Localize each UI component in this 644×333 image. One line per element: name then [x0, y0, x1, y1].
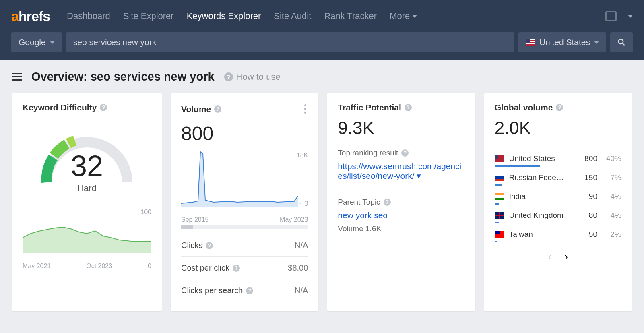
help-icon[interactable]: ? — [206, 242, 213, 249]
country-bar — [495, 222, 499, 223]
traffic-potential-card: Traffic Potential? 9.3K Top ranking resu… — [327, 93, 475, 311]
parent-topic-link[interactable]: new york seo — [338, 211, 464, 220]
country-row[interactable]: Taiwan502% — [495, 226, 621, 245]
next-page-button[interactable]: › — [564, 250, 568, 263]
chevron-down-icon — [594, 41, 599, 44]
clicks-row: Clicks? N/A — [181, 234, 308, 256]
help-icon[interactable]: ? — [233, 265, 240, 272]
flag-ru-icon — [495, 174, 504, 181]
cpc-row: Cost per click? $8.00 — [181, 256, 308, 279]
flag-uk-icon — [495, 212, 504, 219]
country-row[interactable]: India904% — [495, 188, 621, 207]
nav-keywords-explorer[interactable]: Keywords Explorer — [187, 11, 261, 21]
help-icon[interactable]: ? — [384, 199, 391, 206]
country-name: United Kingdom — [509, 211, 572, 220]
chevron-down-icon — [412, 15, 417, 18]
volume-chart-max: 18K — [297, 152, 308, 159]
kd-trend-zero: 0 — [148, 263, 151, 270]
nav-dashboard[interactable]: Dashboard — [67, 11, 110, 21]
main-nav: Dashboard Site Explorer Keywords Explore… — [67, 11, 417, 21]
cps-row: Clicks per search? N/A — [181, 279, 308, 302]
help-icon: ? — [224, 72, 233, 81]
menu-toggle-icon[interactable] — [12, 73, 22, 81]
country-percent: 4% — [602, 192, 621, 201]
search-button[interactable] — [610, 32, 633, 52]
nav-more[interactable]: More — [390, 11, 417, 21]
country-bar — [495, 165, 540, 167]
country-row[interactable]: United Kingdom804% — [495, 207, 621, 226]
kd-trend-start: May 2021 — [23, 263, 51, 270]
svg-line-1 — [623, 43, 625, 46]
country-percent: 4% — [602, 211, 621, 220]
prev-page-button[interactable]: ‹ — [548, 250, 552, 263]
svg-point-0 — [619, 39, 623, 44]
flag-tw-icon — [495, 231, 504, 238]
logo[interactable]: ahrefs — [11, 8, 50, 24]
help-icon[interactable]: ? — [401, 149, 409, 157]
country-percent: 40% — [602, 154, 621, 163]
country-volume: 800 — [577, 154, 597, 163]
kd-trend-chart — [23, 209, 151, 253]
volume-card: Volume? 800 18K 0 Sep 2015 May 2023 Clic… — [171, 93, 318, 311]
help-icon[interactable]: ? — [100, 104, 107, 111]
chevron-down-icon — [50, 41, 55, 44]
country-name: United States — [509, 154, 572, 163]
nav-rank-tracker[interactable]: Rank Tracker — [324, 11, 377, 21]
more-options-icon[interactable] — [303, 103, 308, 115]
help-icon[interactable]: ? — [246, 287, 253, 294]
volume-chart-min: 0 — [304, 200, 308, 207]
country-selector[interactable]: United States — [518, 32, 606, 52]
nav-site-audit[interactable]: Site Audit — [274, 11, 311, 21]
kd-trend-end: Oct 2023 — [86, 263, 112, 270]
country-volume: 50 — [577, 230, 597, 239]
top-ranking-url-link[interactable]: https://www.semrush.com/agencies/list/se… — [338, 161, 464, 181]
country-percent: 2% — [602, 230, 621, 239]
country-bar — [495, 241, 497, 242]
chevron-down-icon: ▾ — [417, 171, 421, 180]
how-to-use-link[interactable]: ? How to use — [224, 72, 281, 82]
country-name: Taiwan — [509, 230, 572, 239]
help-icon[interactable]: ? — [405, 104, 412, 111]
country-bar — [495, 184, 503, 186]
display-icon[interactable] — [605, 11, 617, 21]
volume-trend-chart — [181, 148, 302, 208]
traffic-potential-value: 9.3K — [338, 118, 464, 138]
global-volume-value: 2.0K — [495, 118, 621, 138]
global-volume-card: Global volume? 2.0K United States80040%R… — [484, 93, 632, 311]
search-icon — [617, 38, 625, 46]
kd-value: 32 — [71, 149, 103, 182]
country-volume: 150 — [577, 173, 597, 182]
volume-value: 800 — [181, 122, 308, 145]
keyword-difficulty-card: Keyword Difficulty? 32 Hard 100 May 2021… — [12, 93, 162, 311]
volume-chart-end: May 2023 — [280, 216, 308, 223]
nav-site-explorer[interactable]: Site Explorer — [123, 11, 174, 21]
country-row[interactable]: Russian Fede…1507% — [495, 169, 621, 188]
country-volume: 80 — [577, 211, 597, 220]
country-bar — [495, 203, 499, 205]
volume-chart-start: Sep 2015 — [181, 216, 209, 223]
user-menu-caret-icon[interactable] — [628, 15, 633, 18]
volume-chart-scrollbar[interactable] — [181, 225, 308, 229]
country-percent: 7% — [602, 173, 621, 182]
page-title: Overview: seo services new york — [31, 70, 215, 83]
kd-trend-max: 100 — [140, 209, 151, 216]
country-volume: 90 — [577, 192, 597, 201]
country-row[interactable]: United States80040% — [495, 150, 621, 169]
country-name: Russian Fede… — [509, 173, 572, 182]
parent-topic-volume: Volume 1.6K — [338, 224, 464, 233]
flag-in-icon — [495, 193, 504, 200]
search-engine-selector[interactable]: Google — [11, 32, 62, 52]
keyword-search-input[interactable]: seo services new york — [66, 32, 514, 52]
kd-label: Hard — [77, 183, 97, 194]
help-icon[interactable]: ? — [556, 104, 563, 111]
country-name: India — [509, 192, 572, 201]
flag-us-icon — [526, 39, 535, 46]
help-icon[interactable]: ? — [214, 105, 221, 113]
flag-us-icon — [495, 155, 504, 162]
